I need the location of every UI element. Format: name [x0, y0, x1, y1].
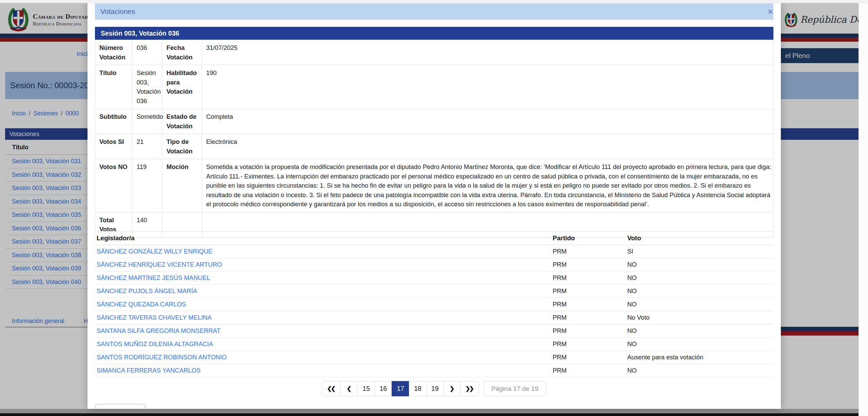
detail-label: Votos SI [95, 134, 133, 159]
vote-cell: NO [626, 271, 773, 285]
party-cell: PRM [551, 324, 626, 338]
vote-cell: NO [626, 338, 773, 351]
legislator-link[interactable]: SÁNCHEZ GONZÁLEZ WILLY ENRIQUE [95, 245, 551, 258]
detail-label: Fecha Votación [162, 40, 202, 65]
detail-label: Número Votación [95, 40, 133, 65]
votation-details-table: Número Votación 036 Fecha Votación 31/07… [95, 40, 773, 238]
legislator-link[interactable]: SÁNCHEZ PUJOLS ÁNGEL MARÍA [95, 285, 551, 298]
table-row: SÁNCHEZ HENRÍQUEZ VICENTE ARTURO PRM NO [95, 258, 773, 271]
modal-title: Votaciones [95, 3, 773, 20]
page-button-17-active[interactable]: 17 [392, 381, 409, 396]
table-row: Votos NO 119 Moción Sometida a votación … [95, 159, 773, 212]
table-row: SÁNCHEZ TAVERAS CHAVELY MELINA PRM No Vo… [95, 311, 773, 324]
table-row: SIMANCA FERRERAS YANCARLOS PRM NO [95, 364, 773, 377]
vote-cell: SI [626, 245, 773, 258]
browser-edge-strip [0, 0, 868, 3]
detail-label: Habilitado para Votación [162, 65, 202, 109]
detail-value: Completa [202, 109, 773, 134]
party-cell: PRM [551, 258, 626, 271]
party-cell: PRM [551, 245, 626, 258]
detail-value: 119 [133, 159, 162, 212]
detail-label: Título [95, 65, 133, 109]
scrollbar-track[interactable] [859, 0, 868, 416]
pagination: ❮❮ ❮ 15 16 17 18 19 ❯ ❯❯ Página 17 de 19 [322, 381, 547, 396]
detail-label: Moción [162, 159, 202, 212]
table-row: SÁNCHEZ PUJOLS ÁNGEL MARÍA PRM NO [95, 285, 773, 298]
detail-value: Sometido [133, 109, 162, 134]
legislator-link[interactable]: SÁNCHEZ QUEZADA CARLOS [95, 298, 551, 311]
detail-value: Electrónica [202, 134, 773, 159]
detail-value: 21 [133, 134, 162, 159]
vote-cell: NO [626, 324, 773, 338]
table-row: Votos SI 21 Tipo de Votación Electrónica [95, 134, 773, 159]
legislator-link[interactable]: SÁNCHEZ MARTÍNEZ JESÚS MANUEL [95, 271, 551, 285]
page-button-15[interactable]: 15 [357, 381, 375, 396]
detail-label: Estado de Votación [162, 109, 202, 134]
last-page-button[interactable]: ❯❯ [460, 381, 479, 396]
table-row: Título Sesión 003, Votación 036 Habilita… [95, 65, 773, 109]
party-cell: PRM [551, 285, 626, 298]
vote-cell: NO [626, 298, 773, 311]
modal-header: Votaciones × [95, 3, 773, 20]
vote-cell: NO [626, 364, 773, 377]
col-header-voto: Voto [626, 231, 773, 245]
first-page-button[interactable]: ❮❮ [322, 381, 341, 396]
detail-label: Tipo de Votación [162, 134, 202, 159]
table-row: SANTOS MUÑOZ DILENIA ALTAGRACIA PRM NO [95, 338, 773, 351]
pagination-status: Página 17 de 19 [483, 381, 546, 396]
next-page-button[interactable]: ❯ [443, 381, 461, 396]
detail-label: Subtitulo [95, 109, 133, 134]
mocion-text: Sometida a votación la propuesta de modi… [202, 159, 773, 212]
detail-value: 31/07/2025 [202, 40, 773, 65]
detail-value: 190 [202, 65, 773, 109]
col-header-legislador: Legislador/a [95, 231, 551, 245]
table-header-row: Legislador/a Partido Voto [95, 231, 773, 245]
votaciones-modal: Votaciones × Sesión 003, Votación 036 Nú… [87, 3, 781, 409]
legislator-link[interactable]: SANTANA SILFA GREGORIA MONSERRAT [95, 324, 551, 338]
screen: Cámara de Diputados República Dominicana [0, 0, 868, 416]
vote-cell: NO [626, 258, 773, 271]
party-cell: PRM [551, 311, 626, 324]
table-row: SANTANA SILFA GREGORIA MONSERRAT PRM NO [95, 324, 773, 338]
table-row: Subtitulo Sometido Estado de Votación Co… [95, 109, 773, 134]
party-cell: PRM [551, 351, 626, 364]
col-header-partido: Partido [551, 231, 626, 245]
page-button-16[interactable]: 16 [375, 381, 392, 396]
export-button-clipped[interactable] [95, 404, 146, 409]
legislator-link[interactable]: SANTOS RODRÍGUEZ ROBINSON ANTONIO [95, 351, 551, 364]
table-row: SÁNCHEZ MARTÍNEZ JESÚS MANUEL PRM NO [95, 271, 773, 285]
detail-value: Sesión 003, Votación 036 [133, 65, 162, 109]
prev-page-button[interactable]: ❮ [340, 381, 358, 396]
page-button-18[interactable]: 18 [409, 381, 427, 396]
party-cell: PRM [551, 338, 626, 351]
vote-cell: Ausente para esta votación [626, 351, 773, 364]
page-button-19[interactable]: 19 [426, 381, 444, 396]
table-row: Número Votación 036 Fecha Votación 31/07… [95, 40, 773, 65]
legislator-link[interactable]: SÁNCHEZ TAVERAS CHAVELY MELINA [95, 311, 551, 324]
vote-cell: NO [626, 285, 773, 298]
party-cell: PRM [551, 271, 626, 285]
detail-value: 036 [133, 40, 162, 65]
table-row: SANTOS RODRÍGUEZ ROBINSON ANTONIO PRM Au… [95, 351, 773, 364]
legislator-link[interactable]: SÁNCHEZ HENRÍQUEZ VICENTE ARTURO [95, 258, 551, 271]
party-cell: PRM [551, 364, 626, 377]
table-row: SÁNCHEZ QUEZADA CARLOS PRM NO [95, 298, 773, 311]
legislator-link[interactable]: SIMANCA FERRERAS YANCARLOS [95, 364, 551, 377]
votation-section-header: Sesión 003, Votación 036 [95, 27, 773, 40]
vote-cell: No Voto [626, 311, 773, 324]
close-icon[interactable]: × [765, 6, 776, 17]
legislators-table: Legislador/a Partido Voto SÁNCHEZ GONZÁL… [95, 231, 773, 377]
detail-label: Votos NO [95, 159, 133, 212]
party-cell: PRM [551, 298, 626, 311]
legislator-link[interactable]: SANTOS MUÑOZ DILENIA ALTAGRACIA [95, 338, 551, 351]
table-row: SÁNCHEZ GONZÁLEZ WILLY ENRIQUE PRM SI [95, 245, 773, 258]
